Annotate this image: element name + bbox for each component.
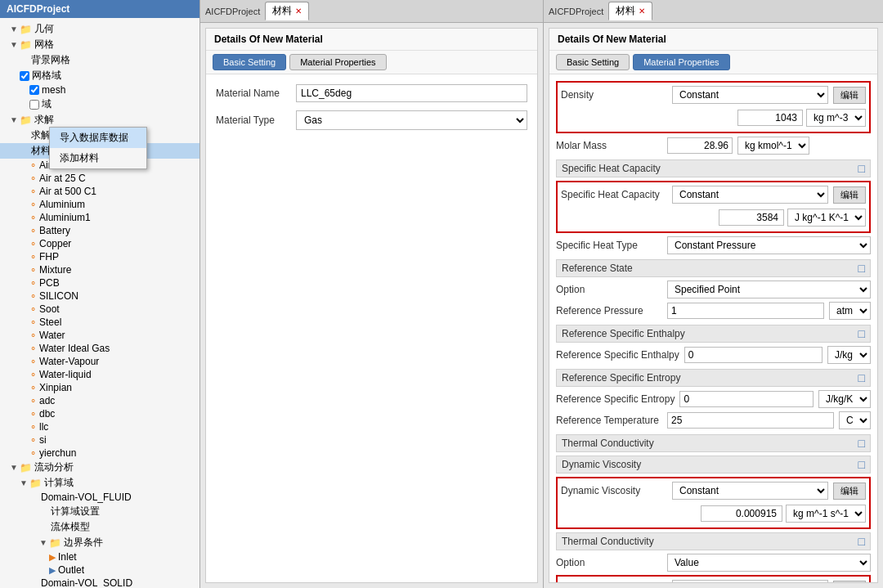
tree-item-fhp[interactable]: ⚬FHP xyxy=(0,250,199,263)
tree-item-yierchun[interactable]: ⚬yierchun xyxy=(0,447,199,460)
middle-tab-close[interactable]: ✕ xyxy=(295,7,302,16)
tree-item-solve[interactable]: ▼📁求解 xyxy=(0,112,199,128)
tree-item-mesh-domain[interactable]: 网格域 xyxy=(0,68,199,83)
tree-item-si[interactable]: ⚬si xyxy=(0,433,199,447)
tree-item-copper[interactable]: ⚬Copper xyxy=(0,237,199,250)
middle-basic-tab[interactable]: Basic Setting xyxy=(213,54,286,70)
tree-item-compute-domain[interactable]: ▼📁计算域 xyxy=(0,475,199,491)
tree-item-water-vapour[interactable]: ⚬Water-Vapour xyxy=(0,355,199,368)
tree-item-dbc[interactable]: ⚬dbc xyxy=(0,407,199,420)
right-basic-tab[interactable]: Basic Setting xyxy=(556,54,630,70)
molar-mass-row: Molar Mass kg kmol^-1 xyxy=(556,137,871,155)
tree-item-mesh[interactable]: ▼📁网格 xyxy=(0,37,199,52)
tree-item-mesh-item[interactable]: mesh xyxy=(0,83,199,97)
tree-item-air-25[interactable]: ⚬Air at 25 C xyxy=(0,172,199,185)
dynamic-viscosity-method-select[interactable]: Constant xyxy=(672,482,828,500)
thermal-cond-edit-button[interactable]: 编辑 xyxy=(833,581,866,583)
reference-temp-unit-select[interactable]: C xyxy=(839,411,871,429)
tree-item-soot[interactable]: ⚬Soot xyxy=(0,303,199,316)
dynamic-viscosity-edit-button[interactable]: 编辑 xyxy=(833,483,866,500)
tree-item-aluminium1[interactable]: ⚬Aluminium1 xyxy=(0,211,199,224)
reference-pressure-input[interactable] xyxy=(667,303,824,319)
tree-item-silicon[interactable]: ⚬SILICON xyxy=(0,290,199,303)
reference-pressure-unit-select[interactable]: atm xyxy=(829,302,871,320)
tree-item-llc[interactable]: ⚬llc xyxy=(0,420,199,433)
tree-item-water[interactable]: ⚬Water xyxy=(0,329,199,342)
reference-temp-input[interactable] xyxy=(667,412,834,429)
dynamic-viscosity-unit-select[interactable]: kg m^-1 s^-1 xyxy=(786,505,866,523)
entropy-input[interactable] xyxy=(679,391,814,407)
tree-label-aluminium: Aluminium xyxy=(39,199,85,210)
context-menu: 导入数据库数据 添加材料 xyxy=(49,127,147,169)
tree-checkbox-mesh-domain[interactable] xyxy=(20,71,29,81)
dynamic-viscosity-value-input[interactable] xyxy=(701,505,782,522)
density-method-select[interactable]: Constant xyxy=(672,86,828,104)
thermal-cond-method-select[interactable]: Constant xyxy=(672,580,828,582)
specific-heat-method-select[interactable]: Constant xyxy=(672,186,828,204)
tree-item-domain[interactable]: 域 xyxy=(0,97,199,112)
density-unit-select[interactable]: kg m^-3 xyxy=(806,109,866,127)
tree-item-pcb[interactable]: ⚬PCB xyxy=(0,276,199,290)
thermal-cond-option-select[interactable]: Value xyxy=(667,554,871,572)
tree-label-pcb: PCB xyxy=(39,277,60,289)
right-material-props-tab[interactable]: Material Properties xyxy=(633,54,729,70)
middle-material-props-tab[interactable]: Material Properties xyxy=(289,54,386,70)
tree-item-air-500[interactable]: ⚬Air at 500 C1 xyxy=(0,185,199,198)
density-highlight-box: Density Constant 编辑 kg m^-3 xyxy=(556,81,871,133)
enthalpy-input[interactable] xyxy=(684,347,822,363)
entropy-toggle[interactable]: □ xyxy=(858,372,865,384)
right-details-name: New Material xyxy=(606,34,666,45)
tree-item-boundary-cond[interactable]: ▼📁边界条件 xyxy=(0,535,199,550)
tree-item-mixture[interactable]: ⚬Mixture xyxy=(0,263,199,276)
tree-label-mesh-item: mesh xyxy=(42,84,65,96)
right-tab-close[interactable]: ✕ xyxy=(639,7,645,16)
tree-item-xinpian[interactable]: ⚬Xinpian xyxy=(0,381,199,394)
reference-option-select[interactable]: Specified Point xyxy=(667,281,871,298)
context-menu-add[interactable]: 添加材料 xyxy=(50,148,146,168)
tree-area[interactable]: ▼📁几何▼📁网格背景网格网格域mesh域▼📁求解求解模型材料⚬Air Porou… xyxy=(0,18,199,588)
middle-tab-material[interactable]: 材料 ✕ xyxy=(265,2,309,20)
tree-item-compute-setting[interactable]: 计算域设置 xyxy=(0,504,199,519)
tree-item-domain-vol-fluid[interactable]: Domain-VOL_FLUID xyxy=(0,491,199,504)
right-app-title: AICFDProject xyxy=(549,7,603,16)
entropy-unit-select[interactable]: J/kg/K xyxy=(818,390,871,408)
material-type-select[interactable]: Gas Liquid Solid xyxy=(296,110,527,130)
tree-item-bg-mesh[interactable]: 背景网格 xyxy=(0,52,199,68)
tree-item-fluid-model[interactable]: 流体模型 xyxy=(0,519,199,535)
specific-heat-value-input[interactable] xyxy=(719,209,784,226)
enthalpy-toggle[interactable]: □ xyxy=(858,328,865,339)
specific-heat-unit-select[interactable]: J kg^-1 K^-1 xyxy=(787,209,866,227)
context-menu-import[interactable]: 导入数据库数据 xyxy=(50,128,146,148)
material-name-input[interactable] xyxy=(296,84,527,102)
tree-item-water-liquid[interactable]: ⚬Water-liquid xyxy=(0,368,199,381)
tree-checkbox-mesh-item[interactable] xyxy=(29,85,39,95)
right-scrollable-content[interactable]: Density Constant 编辑 kg m^-3 Molar Mass xyxy=(549,74,877,582)
middle-details-container: Details Of New Material Basic Setting Ma… xyxy=(205,28,538,583)
specific-heat-toggle[interactable]: □ xyxy=(858,163,865,174)
tree-item-steel[interactable]: ⚬Steel xyxy=(0,316,199,329)
molar-mass-input[interactable] xyxy=(667,137,733,154)
tree-label-outlet: Outlet xyxy=(58,564,84,576)
tree-item-aluminium[interactable]: ⚬Aluminium xyxy=(0,198,199,211)
tree-item-inlet[interactable]: ▶Inlet xyxy=(0,550,199,563)
tree-item-geometry[interactable]: ▼📁几何 xyxy=(0,21,199,37)
tree-item-water-ideal[interactable]: ⚬Water Ideal Gas xyxy=(0,342,199,355)
specific-heat-edit-button[interactable]: 编辑 xyxy=(833,186,866,204)
thermal-cond-toggle[interactable]: □ xyxy=(858,438,865,449)
reference-state-toggle[interactable]: □ xyxy=(858,263,865,274)
tree-item-battery[interactable]: ⚬Battery xyxy=(0,224,199,237)
thermal-cond-sub-toggle[interactable]: □ xyxy=(858,536,865,547)
tree-item-adc[interactable]: ⚬adc xyxy=(0,394,199,407)
enthalpy-unit-select[interactable]: J/kg xyxy=(827,346,871,364)
molar-mass-unit-select[interactable]: kg kmol^-1 xyxy=(737,137,809,155)
thermal-cond-option-row: Option Value xyxy=(556,554,871,572)
tree-item-domain-vol-solid[interactable]: Domain-VOL_SOLID xyxy=(0,577,199,588)
density-value-input[interactable] xyxy=(737,110,803,126)
tree-item-outlet[interactable]: ▶Outlet xyxy=(0,563,199,577)
tree-checkbox-domain[interactable] xyxy=(29,100,39,110)
density-edit-button[interactable]: 编辑 xyxy=(833,87,866,104)
specific-heat-type-select[interactable]: Constant Pressure xyxy=(667,236,871,254)
right-tab-material[interactable]: 材料 ✕ xyxy=(608,2,652,20)
dynamic-viscosity-toggle[interactable]: □ xyxy=(858,459,865,470)
tree-item-flow-analysis[interactable]: ▼📁流动分析 xyxy=(0,460,199,475)
